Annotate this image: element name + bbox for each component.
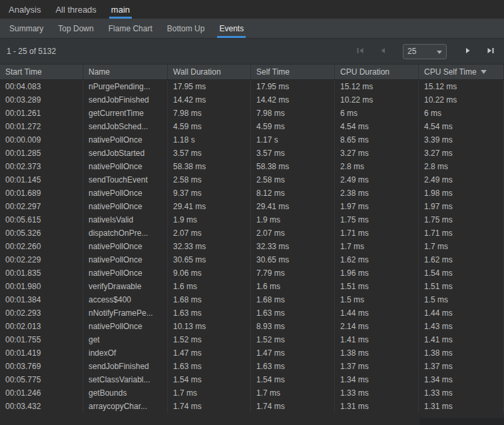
column-header-wall-duration[interactable]: Wall Duration xyxy=(168,65,251,79)
tab-top-down[interactable]: Top Down xyxy=(51,19,101,38)
table-row[interactable]: 00:01.246getBounds1.7 ms1.7 ms1.33 ms1.3… xyxy=(0,386,504,400)
table-cell: 6 ms xyxy=(335,107,419,120)
table-row[interactable]: 00:05.326dispatchOnPre...2.07 ms2.07 ms1… xyxy=(0,226,504,240)
table-row[interactable]: 00:03.432arraycopyChar...1.74 ms1.74 ms1… xyxy=(0,400,504,413)
table-cell: 32.33 ms xyxy=(168,240,251,253)
table-cell: 1.51 ms xyxy=(419,280,504,293)
table-row[interactable]: 00:01.272sendJobSched...4.59 ms4.59 ms4.… xyxy=(0,120,504,133)
prev-page-button[interactable] xyxy=(375,43,391,59)
table-row[interactable]: 00:02.260nativePollOnce32.33 ms32.33 ms1… xyxy=(0,240,504,253)
page-size-select[interactable]: 25 xyxy=(403,44,447,59)
table-row[interactable]: 00:01.145sendTouchEvent2.58 ms2.58 ms2.4… xyxy=(0,173,504,187)
table-cell: 1.75 ms xyxy=(335,213,419,226)
table-row[interactable]: 00:01.689nativePollOnce9.37 ms8.12 ms2.3… xyxy=(0,187,504,200)
table-cell: sendJobFinished xyxy=(83,93,168,107)
table-row[interactable]: 00:01.384access$4001.68 ms1.68 ms1.5 ms1… xyxy=(0,293,504,306)
table-cell: 15.12 ms xyxy=(335,80,419,93)
table-cell: 1.71 ms xyxy=(419,226,504,240)
table-row[interactable]: 00:02.293nNotifyFramePe...1.63 ms1.63 ms… xyxy=(0,306,504,320)
tab-all-threads[interactable]: All threads xyxy=(48,0,103,19)
table-cell: 1.7 ms xyxy=(251,386,335,400)
table-cell: 1.74 ms xyxy=(251,400,335,413)
table-cell: 00:02.229 xyxy=(0,253,83,266)
table-cell: 1.7 ms xyxy=(168,386,251,400)
table-cell: 00:01.246 xyxy=(0,386,83,400)
table-cell: 1.38 ms xyxy=(335,346,419,360)
next-page-button[interactable] xyxy=(460,43,476,59)
table-cell: 00:02.260 xyxy=(0,240,83,253)
tab-events[interactable]: Events xyxy=(212,19,251,38)
table-cell: 2.58 ms xyxy=(251,173,335,187)
table-cell: 00:01.145 xyxy=(0,173,83,187)
table-row[interactable]: 00:01.261getCurrentTime7.98 ms7.98 ms6 m… xyxy=(0,107,504,120)
table-cell: 3.27 ms xyxy=(335,147,419,160)
table-cell: 00:05.775 xyxy=(0,373,83,386)
tab-main[interactable]: main xyxy=(104,0,137,19)
table-cell: 00:03.769 xyxy=(0,360,83,373)
analysis-tab-bar: SummaryTop DownFlame ChartBottom UpEvent… xyxy=(0,19,504,39)
tab-analysis[interactable]: Analysis xyxy=(1,0,48,19)
table-cell: get xyxy=(83,333,168,346)
table-cell: nativePollOnce xyxy=(83,320,168,333)
table-cell: 10.22 ms xyxy=(419,93,504,107)
table-row[interactable]: 00:01.419indexOf1.47 ms1.47 ms1.38 ms1.3… xyxy=(0,346,504,360)
table-cell: getCurrentTime xyxy=(83,107,168,120)
table-cell: 8.12 ms xyxy=(251,187,335,200)
table-cell: 00:01.980 xyxy=(0,280,83,293)
column-header-start-time[interactable]: Start Time xyxy=(0,65,83,79)
table-row[interactable]: 00:03.289sendJobFinished14.42 ms14.42 ms… xyxy=(0,93,504,107)
table-cell: 1.31 ms xyxy=(419,400,504,413)
last-page-button[interactable] xyxy=(483,43,499,59)
table-cell: 2.8 ms xyxy=(419,160,504,173)
table-row[interactable]: 00:01.980verifyDrawable1.6 ms1.6 ms1.51 … xyxy=(0,280,504,293)
table-row[interactable]: 00:05.615nativeIsValid1.9 ms1.9 ms1.75 m… xyxy=(0,213,504,226)
table-cell: 00:01.755 xyxy=(0,333,83,346)
tab-flame-chart[interactable]: Flame Chart xyxy=(101,19,160,38)
table-cell: 1.44 ms xyxy=(335,306,419,320)
table-cell: 1.31 ms xyxy=(335,400,419,413)
table-cell: nativePollOnce xyxy=(83,200,168,213)
table-cell: 1.37 ms xyxy=(335,360,419,373)
table-cell: 1.5 ms xyxy=(335,293,419,306)
table-row[interactable]: 00:02.013nativePollOnce10.13 ms8.93 ms2.… xyxy=(0,320,504,333)
column-header-name[interactable]: Name xyxy=(83,65,168,79)
table-row[interactable]: 00:00.009nativePollOnce1.18 s1.17 s8.65 … xyxy=(0,133,504,147)
table-cell: 58.38 ms xyxy=(168,160,251,173)
table-row[interactable]: 00:01.835nativePollOnce9.06 ms7.79 ms1.9… xyxy=(0,266,504,280)
table-cell: 8.65 ms xyxy=(335,133,419,147)
table-cell: 1.96 ms xyxy=(335,266,419,280)
first-page-button[interactable] xyxy=(352,43,368,59)
tab-summary[interactable]: Summary xyxy=(2,19,51,38)
table-row[interactable]: 00:02.373nativePollOnce58.38 ms58.38 ms2… xyxy=(0,160,504,173)
column-header-cpu-self-time[interactable]: CPU Self Time xyxy=(419,65,504,79)
table-cell: 2.07 ms xyxy=(168,226,251,240)
table-cell: 7.98 ms xyxy=(251,107,335,120)
table-cell: 1.75 ms xyxy=(419,213,504,226)
table-row[interactable]: 00:03.769sendJobFinished1.63 ms1.63 ms1.… xyxy=(0,360,504,373)
table-row[interactable]: 00:01.285sendJobStarted3.57 ms3.57 ms3.2… xyxy=(0,147,504,160)
last-page-icon xyxy=(487,47,495,57)
table-cell: nNotifyFramePe... xyxy=(83,306,168,320)
column-header-self-time[interactable]: Self Time xyxy=(251,65,335,79)
table-cell: 1.63 ms xyxy=(168,306,251,320)
table-row[interactable]: 00:02.297nativePollOnce29.41 ms29.41 ms1… xyxy=(0,200,504,213)
table-cell: 00:01.689 xyxy=(0,187,83,200)
table-cell: 00:01.272 xyxy=(0,120,83,133)
table-row[interactable]: 00:01.755get1.52 ms1.52 ms1.41 ms1.41 ms xyxy=(0,333,504,346)
table-cell: 00:02.373 xyxy=(0,160,83,173)
cpu-profiler-panel: AnalysisAll threadsmain SummaryTop DownF… xyxy=(0,0,504,425)
table-cell: 1.97 ms xyxy=(335,200,419,213)
tab-bottom-up[interactable]: Bottom Up xyxy=(160,19,212,38)
table-cell: 10.13 ms xyxy=(168,320,251,333)
table-cell: 00:01.285 xyxy=(0,147,83,160)
table-cell: 9.06 ms xyxy=(168,266,251,280)
table-row[interactable]: 00:02.229nativePollOnce30.65 ms30.65 ms1… xyxy=(0,253,504,266)
column-header-cpu-duration[interactable]: CPU Duration xyxy=(335,65,419,79)
table-cell: 00:00.009 xyxy=(0,133,83,147)
table-cell: indexOf xyxy=(83,346,168,360)
table-cell: access$400 xyxy=(83,293,168,306)
table-row[interactable]: 00:05.775setClassVariabl...1.54 ms1.54 m… xyxy=(0,373,504,386)
table-cell: 10.22 ms xyxy=(335,93,419,107)
table-row[interactable]: 00:04.083nPurgePending...17.95 ms17.95 m… xyxy=(0,80,504,93)
table-cell: 1.37 ms xyxy=(419,360,504,373)
